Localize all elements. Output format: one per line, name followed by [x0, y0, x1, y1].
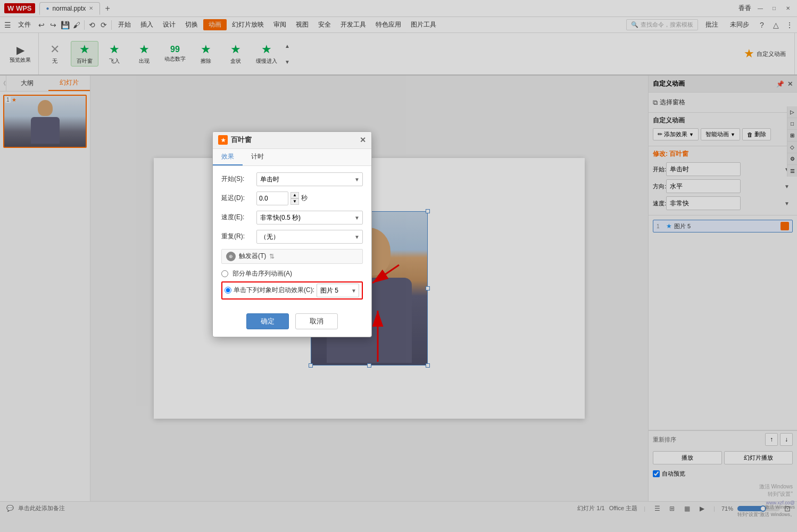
dialog-title-bar: ★ 百叶窗 ✕ [213, 132, 371, 149]
dialog-speed-select[interactable]: 非常快(0.5 秒) [256, 211, 363, 225]
trigger-target-wrapper: 图片 5 ▼ [317, 284, 360, 297]
dialog-tab-timing[interactable]: 计时 [243, 149, 272, 165]
radio-click-object[interactable] [225, 287, 231, 294]
dialog-delay-spinners: ▲ ▼ [290, 192, 299, 205]
dialog-delay-label: 延迟(D): [221, 194, 252, 203]
svg-line-1 [372, 265, 399, 283]
dialog-speed-label: 速度(E): [221, 213, 252, 222]
dialog-start-row: 开始(S): 单击时 ▼ [221, 172, 363, 186]
dialog-body: 开始(S): 单击时 ▼ 延迟(D): ▲ ▼ 秒 [213, 166, 371, 309]
dialog-speed-row: 速度(E): 非常快(0.5 秒) ▼ [221, 211, 363, 225]
dialog-tabs: 效果 计时 [213, 149, 371, 166]
dialog-speed-wrapper: 非常快(0.5 秒) ▼ [256, 211, 363, 225]
dialog-start-label: 开始(S): [221, 174, 252, 184]
radio2-highlight-box: 单击下列对象时启动效果(C): 图片 5 ▼ [221, 281, 363, 300]
delay-up-button[interactable]: ▲ [290, 192, 299, 198]
dialog-radio1-row: 部分单击序列动画(A) [221, 269, 363, 278]
cancel-button[interactable]: 取消 [295, 313, 338, 329]
dialog-repeat-select[interactable]: （无） [256, 230, 363, 244]
dialog-start-select[interactable]: 单击时 [256, 172, 363, 186]
dialog-close-button[interactable]: ✕ [360, 136, 366, 144]
dialog-delay-wrapper: ▲ ▼ 秒 [256, 192, 308, 205]
dialog-repeat-row: 重复(R): （无） ▼ [221, 230, 363, 244]
dialog-title: 百叶窗 [231, 135, 252, 145]
trigger-icon: ⊕ [226, 252, 236, 261]
radio-sequence[interactable] [221, 270, 228, 277]
blinds-dialog: ★ 百叶窗 ✕ 效果 计时 开始(S): 单击时 ▼ [212, 131, 372, 337]
dialog-trigger-label: 触发器(T) [239, 252, 266, 261]
radio1-label: 部分单击序列动画(A) [233, 269, 292, 278]
dialog-delay-input[interactable] [256, 192, 288, 205]
dialog-tab-effect[interactable]: 效果 [213, 149, 243, 165]
dialog-delay-unit: 秒 [301, 194, 308, 203]
dialog-repeat-wrapper: （无） ▼ [256, 230, 363, 244]
dialog-overlay: ★ 百叶窗 ✕ 效果 计时 开始(S): 单击时 ▼ [0, 0, 797, 532]
dialog-footer: 确定 取消 [213, 309, 371, 337]
dialog-delay-row: 延迟(D): ▲ ▼ 秒 [221, 192, 363, 205]
trigger-toggle-icon[interactable]: ⇅ [269, 253, 275, 260]
delay-down-button[interactable]: ▼ [290, 198, 299, 205]
ok-button[interactable]: 确定 [246, 313, 289, 329]
dialog-repeat-label: 重复(R): [221, 232, 252, 241]
dialog-start-wrapper: 单击时 ▼ [256, 172, 363, 186]
dialog-title-icon: ★ [218, 135, 228, 145]
dialog-trigger-row: ⊕ 触发器(T) ⇅ [221, 249, 363, 264]
arrow-annotations [0, 0, 797, 532]
radio2-label: 单击下列对象时启动效果(C): [234, 286, 314, 295]
trigger-target-select[interactable]: 图片 5 [317, 284, 359, 297]
dialog-radio2-row: 单击下列对象时启动效果(C): 图片 5 ▼ [221, 281, 363, 300]
